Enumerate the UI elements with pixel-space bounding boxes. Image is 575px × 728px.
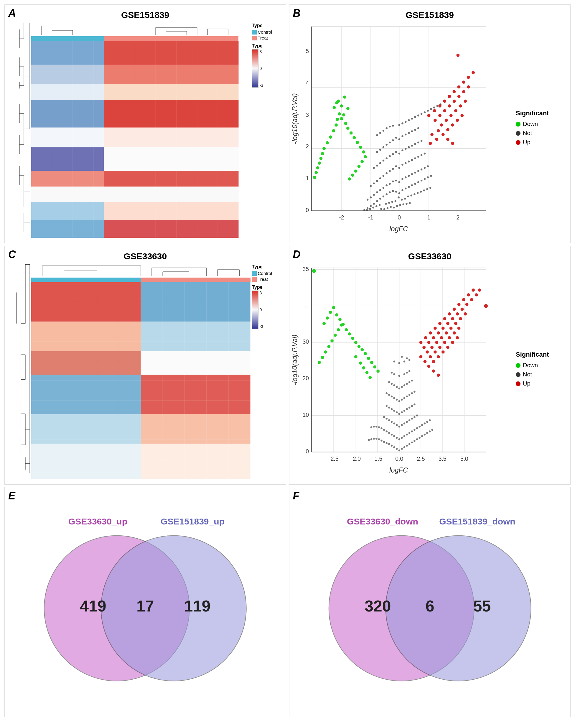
svg-point-537 bbox=[354, 355, 357, 358]
panel-a: A GSE151839 bbox=[4, 4, 286, 243]
svg-point-433 bbox=[408, 432, 410, 434]
svg-point-286 bbox=[444, 119, 448, 122]
svg-point-257 bbox=[351, 173, 354, 177]
svg-text:...: ... bbox=[304, 302, 309, 309]
svg-point-252 bbox=[318, 162, 321, 165]
svg-point-590 bbox=[419, 355, 422, 358]
svg-point-228 bbox=[385, 127, 387, 129]
svg-point-580 bbox=[443, 341, 446, 344]
svg-point-593 bbox=[432, 370, 435, 373]
svg-point-163 bbox=[366, 198, 368, 200]
svg-point-174 bbox=[414, 158, 416, 159]
svg-point-587 bbox=[446, 346, 449, 349]
svg-point-547 bbox=[438, 322, 441, 325]
svg-point-93 bbox=[396, 205, 398, 207]
svg-point-569 bbox=[430, 346, 434, 349]
svg-text:30: 30 bbox=[302, 338, 309, 345]
svg-point-510 bbox=[312, 269, 316, 273]
svg-point-448 bbox=[370, 426, 372, 428]
svg-point-520 bbox=[351, 337, 354, 340]
heatmap-a-legend: Type Control Treat Type 3 0 bbox=[250, 20, 283, 238]
svg-point-420 bbox=[373, 438, 375, 440]
svg-point-292 bbox=[451, 123, 454, 127]
svg-point-107 bbox=[407, 196, 409, 197]
legend-c-scale-title: Type bbox=[252, 285, 281, 290]
svg-point-188 bbox=[408, 146, 409, 148]
svg-text:3: 3 bbox=[306, 112, 309, 118]
svg-rect-40 bbox=[31, 65, 104, 84]
panel-c-title: GSE33630 bbox=[8, 249, 283, 261]
svg-point-133 bbox=[379, 198, 381, 199]
svg-rect-348 bbox=[31, 444, 141, 479]
svg-point-183 bbox=[395, 151, 397, 153]
svg-point-287 bbox=[449, 114, 452, 117]
svg-point-468 bbox=[393, 410, 395, 411]
svg-point-502 bbox=[391, 372, 392, 374]
svg-point-431 bbox=[406, 434, 408, 435]
svg-point-467 bbox=[403, 410, 405, 411]
svg-text:-1.5: -1.5 bbox=[372, 456, 382, 462]
svg-point-126 bbox=[405, 188, 406, 189]
svg-point-130 bbox=[411, 184, 413, 186]
svg-point-190 bbox=[411, 145, 413, 146]
svg-point-208 bbox=[414, 129, 416, 131]
svg-point-243 bbox=[356, 141, 359, 144]
svg-point-402 bbox=[396, 448, 397, 449]
svg-point-260 bbox=[340, 104, 343, 108]
svg-point-579 bbox=[438, 346, 441, 349]
svg-point-151 bbox=[385, 184, 387, 186]
svg-point-477 bbox=[401, 399, 403, 401]
svg-rect-45 bbox=[104, 100, 238, 127]
legend-treat-label: Treat bbox=[258, 35, 268, 40]
svg-point-289 bbox=[459, 104, 462, 108]
svg-point-186 bbox=[405, 148, 406, 150]
svg-text:2.5: 2.5 bbox=[417, 456, 425, 462]
svg-rect-340 bbox=[31, 321, 141, 351]
legend-type-label: Type bbox=[252, 23, 281, 28]
svg-point-274 bbox=[462, 81, 465, 84]
svg-point-283 bbox=[462, 90, 465, 93]
svg-point-543 bbox=[419, 341, 422, 344]
svg-rect-346 bbox=[31, 414, 141, 444]
svg-point-577 bbox=[429, 355, 432, 358]
svg-rect-43 bbox=[104, 84, 238, 100]
svg-point-148 bbox=[405, 177, 406, 178]
svg-point-212 bbox=[398, 124, 400, 126]
svg-point-125 bbox=[392, 190, 394, 192]
svg-point-499 bbox=[403, 373, 405, 375]
svg-point-104 bbox=[391, 201, 393, 203]
svg-point-187 bbox=[389, 155, 391, 157]
svg-point-524 bbox=[364, 352, 367, 355]
svg-point-492 bbox=[393, 384, 395, 386]
svg-point-221 bbox=[427, 110, 429, 112]
heatmap-a-col-dendro bbox=[31, 20, 239, 36]
svg-point-266 bbox=[456, 54, 460, 57]
svg-rect-39 bbox=[104, 41, 238, 65]
svg-text:5.0: 5.0 bbox=[460, 456, 468, 462]
svg-point-454 bbox=[393, 422, 395, 424]
svg-point-295 bbox=[437, 129, 440, 132]
svg-point-444 bbox=[375, 426, 377, 428]
heatmap-c-grid bbox=[31, 282, 250, 479]
svg-point-251 bbox=[361, 160, 364, 163]
svg-point-211 bbox=[376, 151, 378, 153]
svg-point-132 bbox=[414, 183, 416, 185]
svg-point-602 bbox=[385, 536, 531, 681]
svg-text:GSE151839_down: GSE151839_down bbox=[439, 516, 515, 526]
svg-point-247 bbox=[362, 151, 365, 154]
svg-point-118 bbox=[369, 208, 371, 210]
legend-control-label: Control bbox=[258, 30, 272, 34]
volcano-b-legend-title: Significant bbox=[516, 109, 567, 117]
legend-c-control-label: Control bbox=[258, 271, 272, 276]
volcano-d-not-label: Not bbox=[523, 371, 532, 378]
svg-point-106 bbox=[398, 196, 399, 198]
svg-point-160 bbox=[424, 167, 425, 169]
svg-point-404 bbox=[393, 446, 395, 448]
panel-f: F GSE33630_down GSE151839_down 320 6 55 bbox=[289, 487, 571, 717]
svg-point-432 bbox=[391, 434, 392, 435]
svg-text:20: 20 bbox=[302, 375, 309, 381]
svg-point-179 bbox=[373, 183, 375, 184]
heatmap-a-row-labels bbox=[239, 20, 250, 238]
svg-rect-46 bbox=[31, 127, 104, 147]
svg-point-583 bbox=[457, 326, 460, 330]
